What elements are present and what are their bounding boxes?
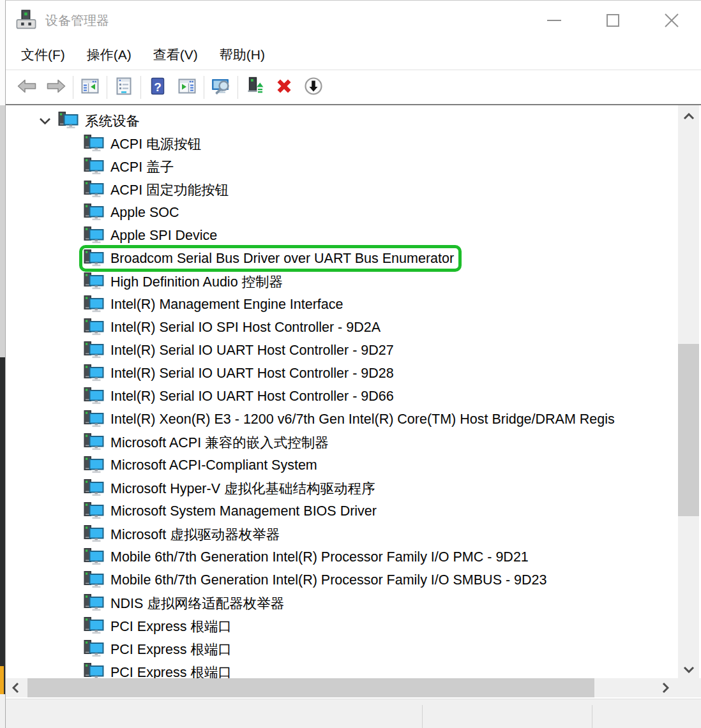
tree-node-label: Microsoft Hyper-V 虚拟化基础结构驱动程序 (110, 479, 375, 498)
tree-row-child-4[interactable]: Apple SPI Device (6, 224, 678, 247)
show-action-pane-button[interactable] (172, 73, 202, 102)
tree-row-content: Microsoft ACPI 兼容的嵌入式控制器 (84, 432, 335, 452)
system-device-icon (84, 387, 104, 405)
tree-row-content: Broadcom Serial Bus Driver over UART Bus… (84, 248, 460, 269)
device-manager-app-icon (15, 9, 38, 32)
tree-row-child-17[interactable]: Microsoft 虚拟驱动器枚举器 (6, 523, 678, 546)
toolbar-separator (73, 76, 73, 99)
tree-expand-chevron-down-icon[interactable] (36, 117, 53, 125)
tree-row-child-8[interactable]: Intel(R) Serial IO SPI Host Controller -… (6, 316, 678, 339)
system-device-icon (84, 158, 104, 175)
forward-icon (46, 76, 66, 99)
tree-row-child-1[interactable]: ACPI 盖子 (6, 155, 678, 178)
menu-item-0[interactable]: 文件(F) (10, 46, 76, 64)
tree-row-child-16[interactable]: Microsoft System Management BIOS Driver (6, 500, 678, 523)
tree-node-label: PCI Express 根端口 (110, 617, 232, 635)
tree-row-child-15[interactable]: Microsoft Hyper-V 虚拟化基础结构驱动程序 (6, 477, 678, 500)
tree-row-child-14[interactable]: Microsoft ACPI-Compliant System (6, 454, 678, 477)
properties-button[interactable] (109, 73, 139, 102)
title-bar[interactable]: 设备管理器 (6, 1, 701, 40)
tree-node-label: Intel(R) Serial IO UART Host Controller … (110, 343, 394, 359)
svg-text:?: ? (154, 80, 162, 94)
tree-row-child-10[interactable]: Intel(R) Serial IO UART Host Controller … (6, 362, 678, 385)
scan-hardware-changes-button[interactable] (206, 73, 236, 102)
tree-node-label: PCI Express 根端口 (110, 663, 232, 679)
system-device-icon (84, 410, 104, 428)
chevron-right-icon (662, 682, 669, 694)
tree-row-content: Mobile 6th/7th Generation Intel(R) Proce… (84, 570, 553, 590)
tree-row-content: 系统设备 (58, 110, 146, 131)
scroll-down-button[interactable] (678, 666, 699, 673)
scroll-left-button[interactable] (12, 678, 19, 697)
toolbar-separator (140, 76, 141, 99)
update-driver-button[interactable] (240, 73, 269, 102)
tree-row-content: High Definition Audio 控制器 (84, 271, 289, 292)
tree-row-child-0[interactable]: ACPI 电源按钮 (6, 132, 678, 155)
tree-row-child-3[interactable]: Apple SOC (6, 201, 678, 224)
disable-device-button[interactable] (299, 73, 328, 102)
horizontal-scrollbar[interactable] (6, 678, 701, 697)
background-segment-bottom (0, 694, 5, 728)
back-button[interactable] (12, 73, 41, 102)
tree-row-child-5[interactable]: Broadcom Serial Bus Driver over UART Bus… (6, 247, 678, 270)
chevron-left-icon (12, 682, 19, 694)
maximize-button[interactable] (584, 1, 642, 40)
tree-row-content: Intel(R) Management Engine Interface (84, 294, 350, 315)
system-device-icon (84, 227, 104, 244)
system-device-icon (84, 594, 104, 612)
tree-row-child-12[interactable]: Intel(R) Xeon(R) E3 - 1200 v6/7th Gen In… (6, 408, 678, 431)
forward-button[interactable] (41, 73, 71, 102)
uninstall-device-icon (274, 76, 294, 99)
status-bar-separator (422, 705, 423, 728)
scroll-up-button[interactable] (678, 113, 699, 120)
tree-node-label: Mobile 6th/7th Generation Intel(R) Proce… (110, 549, 529, 565)
tree-row-child-2[interactable]: ACPI 固定功能按钮 (6, 178, 678, 201)
scan-hardware-changes-icon (209, 76, 232, 99)
tree-node-label: Mobile 6th/7th Generation Intel(R) Proce… (110, 572, 546, 588)
menu-item-1[interactable]: 操作(A) (76, 46, 142, 64)
tree-row-content: NDIS 虚拟网络适配器枚举器 (84, 593, 290, 613)
tree-row-content: Microsoft System Management BIOS Driver (84, 501, 383, 521)
tree-node-label: ACPI 固定功能按钮 (110, 181, 229, 199)
horizontal-scroll-thumb[interactable] (27, 678, 594, 697)
show-console-tree-button[interactable] (75, 73, 105, 102)
help-button[interactable]: ? (143, 73, 172, 102)
tree-row-content: PCI Express 根端口 (84, 662, 238, 678)
system-device-icon (84, 640, 104, 658)
tree-row-child-20[interactable]: NDIS 虚拟网络适配器枚举器 (6, 591, 678, 614)
disable-device-icon (303, 76, 324, 99)
tree-row-child-6[interactable]: High Definition Audio 控制器 (6, 270, 678, 293)
tree-row-child-19[interactable]: Mobile 6th/7th Generation Intel(R) Proce… (6, 568, 678, 591)
tree-row-child-7[interactable]: Intel(R) Management Engine Interface (6, 293, 678, 316)
properties-icon (114, 76, 134, 99)
status-bar (6, 699, 701, 728)
status-bar-separator (592, 705, 592, 728)
tree-row-child-9[interactable]: Intel(R) Serial IO UART Host Controller … (6, 339, 678, 362)
vertical-scrollbar[interactable] (678, 105, 699, 678)
system-device-icon (84, 548, 104, 566)
maximize-icon (607, 14, 619, 27)
toolbar: ? (6, 70, 701, 105)
minimize-button[interactable] (525, 1, 584, 40)
show-action-pane-icon (177, 76, 197, 99)
tree-row-child-13[interactable]: Microsoft ACPI 兼容的嵌入式控制器 (6, 431, 678, 454)
close-button[interactable] (642, 1, 701, 40)
tree-row-child-22[interactable]: PCI Express 根端口 (6, 637, 678, 660)
tree-row-child-11[interactable]: Intel(R) Serial IO UART Host Controller … (6, 385, 678, 408)
tree-row-child-21[interactable]: PCI Express 根端口 (6, 614, 678, 637)
minimize-icon (547, 20, 561, 21)
tree-row-content: Microsoft ACPI-Compliant System (84, 455, 324, 475)
system-device-icon (84, 135, 104, 152)
system-device-icon (84, 456, 104, 474)
scroll-right-button[interactable] (662, 678, 669, 697)
menu-item-3[interactable]: 帮助(H) (209, 46, 276, 64)
menu-item-2[interactable]: 查看(V) (142, 46, 209, 64)
tree-row-child-23[interactable]: PCI Express 根端口 (6, 660, 678, 678)
vertical-scroll-thumb[interactable] (678, 344, 699, 516)
tree-node-label: Microsoft System Management BIOS Driver (110, 503, 377, 519)
tree-row-root[interactable]: 系统设备 (6, 109, 678, 132)
tree-row-child-18[interactable]: Mobile 6th/7th Generation Intel(R) Proce… (6, 546, 678, 568)
tree-row-content: Apple SPI Device (84, 225, 223, 246)
tree-node-label: ACPI 电源按钮 (110, 135, 201, 153)
uninstall-device-button[interactable] (269, 73, 299, 102)
